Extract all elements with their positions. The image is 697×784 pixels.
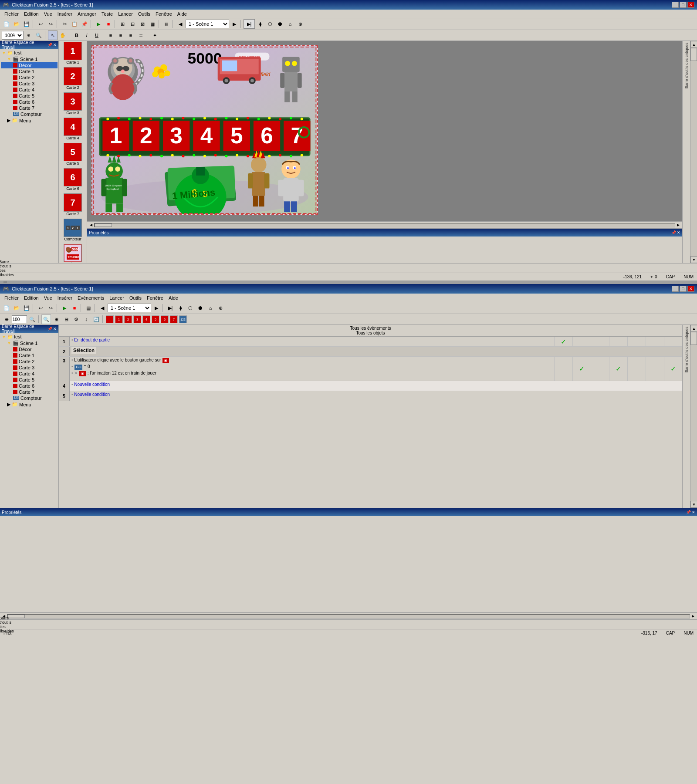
event-content-5[interactable]: • Nouvelle condition — [70, 391, 682, 401]
h-scroll-1[interactable]: ◀ ▶ — [87, 221, 682, 228]
menu-teste-1[interactable]: Teste — [99, 10, 115, 17]
obj-carte3[interactable]: 3 Carte 3 — [60, 92, 86, 115]
props-pin-1[interactable]: 📌 — [671, 230, 676, 235]
stop-btn[interactable]: ■ — [104, 19, 113, 29]
tree-root-1[interactable]: ▼ 📁 test — [1, 50, 58, 56]
close-btn-1[interactable]: ✕ — [687, 2, 694, 8]
run2-btn[interactable]: ⧫ — [255, 19, 265, 29]
menu-lancer-1[interactable]: Lancer — [115, 10, 135, 17]
zoom-out-btn[interactable]: 🔍 — [34, 30, 44, 40]
event-content-4[interactable]: • Nouvelle condition — [70, 381, 682, 391]
tree2-carte5[interactable]: Carte 5 — [1, 377, 58, 383]
run-btn[interactable]: ▶| — [244, 19, 255, 29]
zoom-zoom-2[interactable]: 🔍 — [27, 314, 37, 324]
tree2-decor[interactable]: Décor — [1, 346, 58, 352]
open-btn-2[interactable]: 📂 — [12, 303, 21, 313]
layers-btn-2[interactable]: ▤ — [84, 303, 93, 313]
v-scroll-area-1[interactable] — [690, 48, 697, 256]
ev-btn2[interactable]: ⊞ — [51, 314, 61, 324]
tree-scene-1[interactable]: ▼ 🎬 Scène 1 — [1, 56, 58, 62]
run4-btn-2[interactable]: ⬢ — [196, 303, 205, 313]
h-scroll-2[interactable]: ◀ ▶ — [0, 612, 697, 619]
copy-btn[interactable]: 📋 — [70, 19, 79, 29]
align-center-btn[interactable]: ≡ — [116, 30, 125, 40]
action-cell-3-3[interactable] — [591, 357, 609, 381]
tree2-carte2[interactable]: Carte 2 — [1, 358, 58, 365]
tree-item-compteur[interactable]: 123 Compteur — [1, 111, 58, 117]
menu-outils-1[interactable]: Outils — [135, 10, 153, 17]
run2-btn-2[interactable]: ⧫ — [176, 303, 185, 313]
save-btn-2[interactable]: 💾 — [22, 303, 31, 313]
menu2-lancer[interactable]: Lancer — [107, 294, 127, 301]
v-scroll-up[interactable]: ▲ — [690, 41, 697, 48]
grid-btn3[interactable]: ⊠ — [138, 19, 147, 29]
ev-obj-icon-c4[interactable]: 4 — [142, 315, 150, 323]
menu-fenetre-1[interactable]: Fenêtre — [153, 10, 175, 17]
maximize-btn-2[interactable]: □ — [680, 286, 687, 292]
run3-btn[interactable]: ⬡ — [265, 19, 275, 29]
play-btn-2[interactable]: ▶ — [60, 303, 69, 313]
next-scene-btn-2[interactable]: ▶ — [152, 303, 161, 313]
action-cell-3-0[interactable] — [536, 357, 554, 381]
zoom-fit-btn[interactable]: ⊕ — [24, 30, 34, 40]
props-close-2[interactable]: ✕ — [692, 510, 695, 514]
lib-tools-btn-1[interactable]: Barre d'outils des librairies — [2, 264, 11, 273]
tree-item-carte4[interactable]: Carte 4 — [1, 87, 58, 93]
ev-obj-icon-c7[interactable]: 7 — [170, 315, 178, 323]
h-scroll-track[interactable] — [94, 223, 675, 227]
action-cell-1-7[interactable] — [664, 337, 682, 346]
v-scroll-thumb-1[interactable] — [690, 48, 697, 61]
event-row-4[interactable]: 4 • Nouvelle condition — [59, 381, 682, 391]
redo-btn[interactable]: ↪ — [46, 19, 55, 29]
h-scroll-thumb[interactable] — [95, 223, 112, 227]
workspace-pin-2[interactable]: 📌 — [47, 327, 52, 331]
tree2-root[interactable]: ▼ 📁 test — [1, 334, 58, 340]
lib-tools-btn-2[interactable]: Barre d'outils des librairies — [2, 620, 11, 629]
menu-vue-1[interactable]: Vue — [41, 10, 55, 17]
zoom-select[interactable]: 100% — [2, 31, 24, 40]
tree-item-menu[interactable]: ▶ 📁 Menu — [1, 117, 58, 124]
action-cell-1-3[interactable] — [591, 337, 609, 346]
action-cell-3-2[interactable]: ✓ — [572, 357, 591, 381]
bold-btn[interactable]: B — [72, 30, 81, 40]
tree-item-carte1[interactable]: Carte 1 — [1, 68, 58, 74]
obj-carte7[interactable]: 7 Carte 7 — [60, 193, 86, 216]
v-scroll-down-2[interactable]: ▼ — [690, 501, 697, 508]
action-cell-3-5[interactable] — [627, 357, 646, 381]
action-cell-3-7[interactable]: ✓ — [664, 357, 682, 381]
v-scroll-area-2[interactable] — [690, 332, 697, 501]
close-btn-2[interactable]: ✕ — [687, 286, 694, 292]
ev-btn5[interactable]: ↕ — [81, 314, 91, 324]
zoom-fit-2[interactable]: ⊕ — [2, 314, 11, 324]
action-cell-1-1[interactable]: ✓ — [554, 337, 572, 346]
align-left-btn[interactable]: ≡ — [106, 30, 115, 40]
tree-item-carte7[interactable]: Carte 7 — [1, 105, 58, 111]
cut-btn[interactable]: ✂ — [60, 19, 69, 29]
italic-btn[interactable]: I — [82, 30, 91, 40]
menu-fichier-1[interactable]: Fichier — [2, 10, 21, 17]
ev-btn1[interactable]: 🔍 — [41, 314, 51, 324]
prev-scene-btn-2[interactable]: ◀ — [98, 303, 107, 313]
tree-item-carte2[interactable]: Carte 2 — [1, 74, 58, 81]
tree-item-decor[interactable]: Décor — [1, 62, 58, 68]
open-btn[interactable]: 📂 — [12, 19, 21, 29]
obj-decor[interactable]: 5000 1234567 Décor — [60, 244, 86, 263]
scene-select-1[interactable]: 1 - Scène 1 — [186, 20, 229, 28]
undo-btn-2[interactable]: ↩ — [36, 303, 45, 313]
action-cell-3-1[interactable] — [554, 357, 572, 381]
tree2-carte7[interactable]: Carte 7 — [1, 389, 58, 395]
run6-btn-2[interactable]: ⊕ — [216, 303, 225, 313]
run5-btn-2[interactable]: ⌂ — [206, 303, 215, 313]
h-scroll-right[interactable]: ▶ — [675, 222, 681, 228]
ev-obj-icon-c6[interactable]: 6 — [161, 315, 169, 323]
run6-btn[interactable]: ⊕ — [295, 19, 305, 29]
menu-inserer-1[interactable]: Insérer — [55, 10, 75, 17]
action-cell-1-5[interactable] — [627, 337, 646, 346]
play-btn[interactable]: ▶ — [94, 19, 103, 29]
run5-btn[interactable]: ⌂ — [285, 19, 295, 29]
select-btn[interactable]: ↖ — [48, 30, 58, 40]
run3-btn-2[interactable]: ⬡ — [186, 303, 195, 313]
undo-btn[interactable]: ↩ — [36, 19, 45, 29]
props-pin-2[interactable]: 📌 — [686, 510, 691, 514]
zoom-input-2[interactable] — [12, 315, 27, 323]
